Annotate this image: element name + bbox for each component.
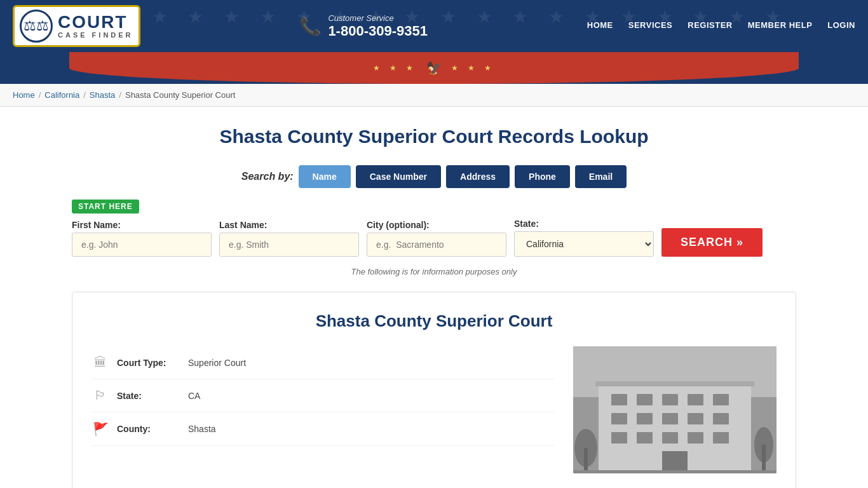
search-button[interactable]: SEARCH » xyxy=(661,228,763,257)
court-type-icon: 🏛 xyxy=(92,355,109,370)
court-state-row: 🏳 State: CA xyxy=(92,379,554,412)
main-content: Shasta County Superior Court Records Loo… xyxy=(59,107,809,488)
svg-rect-11 xyxy=(688,413,703,424)
court-type-value: Superior Court xyxy=(188,358,246,368)
svg-rect-5 xyxy=(662,394,678,405)
court-county-value: Shasta xyxy=(188,424,216,434)
court-state-value: CA xyxy=(188,391,200,401)
eagle-banner: ★ ★ ★ 🦅 ★ ★ ★ xyxy=(0,52,868,84)
svg-rect-12 xyxy=(713,413,729,424)
logo-area: ⚖ COURT CASE FINDER xyxy=(13,5,140,47)
page-title: Shasta County Superior Court Records Loo… xyxy=(72,126,796,147)
svg-rect-15 xyxy=(662,432,678,444)
search-form-container: START HERE First Name: Last Name: City (… xyxy=(72,200,796,257)
search-button-label: SEARCH » xyxy=(681,236,743,249)
info-note: The following is for information purpose… xyxy=(72,267,796,276)
logo-title: COURT xyxy=(58,13,128,31)
svg-rect-24 xyxy=(573,470,776,473)
nav-home[interactable]: HOME xyxy=(587,20,613,32)
svg-rect-8 xyxy=(611,413,627,424)
eagle-stars-left: ★ ★ ★ xyxy=(373,64,417,72)
court-card: Shasta County Superior Court 🏛 Court Typ… xyxy=(72,292,796,488)
building-illustration xyxy=(573,346,776,473)
last-name-input[interactable] xyxy=(219,233,359,257)
phone-area: 📞 Customer Service 1-800-309-9351 xyxy=(299,13,428,39)
main-nav: HOME SERVICES REGISTER MEMBER HELP LOGIN xyxy=(587,20,855,32)
first-name-label: First Name: xyxy=(72,220,212,230)
logo-box: ⚖ COURT CASE FINDER xyxy=(13,5,140,47)
eagle-icon: 🦅 xyxy=(426,60,442,76)
svg-rect-13 xyxy=(611,432,627,444)
city-label: City (optional): xyxy=(367,220,506,230)
first-name-group: First Name: xyxy=(72,220,212,257)
logo-scale-icon: ⚖ xyxy=(36,18,49,34)
breadcrumb-home[interactable]: Home xyxy=(13,90,35,100)
court-info: 🏛 Court Type: Superior Court 🏳 State: CA… xyxy=(92,346,554,473)
phone-details: Customer Service 1-800-309-9351 xyxy=(328,13,428,39)
svg-rect-19 xyxy=(595,381,754,386)
svg-rect-9 xyxy=(637,413,653,424)
tab-email[interactable]: Email xyxy=(575,165,627,188)
breadcrumb-california[interactable]: California xyxy=(44,90,79,100)
state-select[interactable]: AlabamaAlaskaArizonaArkansasCaliforniaCo… xyxy=(514,231,654,257)
start-here-badge: START HERE xyxy=(72,200,139,214)
last-name-group: Last Name: xyxy=(219,220,359,257)
court-county-row: 🚩 County: Shasta xyxy=(92,412,554,446)
court-image xyxy=(573,346,776,473)
nav-member-help[interactable]: MEMBER HELP xyxy=(748,20,813,32)
breadcrumb-bar: Home / California / Shasta / Shasta Coun… xyxy=(0,84,868,107)
logo-subtitle: CASE FINDER xyxy=(58,31,133,39)
city-input[interactable] xyxy=(367,233,506,257)
nav-services[interactable]: SERVICES xyxy=(628,20,673,32)
search-form: First Name: Last Name: City (optional): … xyxy=(72,219,796,257)
tab-address[interactable]: Address xyxy=(446,165,510,188)
court-card-title: Shasta County Superior Court xyxy=(92,311,776,331)
last-name-label: Last Name: xyxy=(219,220,359,230)
tab-phone[interactable]: Phone xyxy=(515,165,570,188)
eagle-stars-right: ★ ★ ★ xyxy=(451,64,496,72)
state-group: State: AlabamaAlaskaArizonaArkansasCalif… xyxy=(514,219,654,257)
tab-case-number[interactable]: Case Number xyxy=(356,165,441,188)
court-state-label: State: xyxy=(117,391,180,401)
svg-rect-17 xyxy=(713,432,729,444)
logo-emblem: ⚖ xyxy=(20,10,53,43)
nav-login[interactable]: LOGIN xyxy=(827,20,855,32)
svg-rect-23 xyxy=(762,445,766,473)
court-county-icon: 🚩 xyxy=(92,421,109,437)
breadcrumb-sep-3: / xyxy=(119,90,121,100)
breadcrumb: Home / California / Shasta / Shasta Coun… xyxy=(13,90,855,100)
court-state-icon: 🏳 xyxy=(92,388,109,403)
svg-rect-4 xyxy=(637,394,653,405)
nav-register[interactable]: REGISTER xyxy=(688,20,732,32)
header: ⚖ COURT CASE FINDER 📞 Customer Service 1… xyxy=(0,0,868,52)
phone-icon: 📞 xyxy=(299,16,322,37)
svg-rect-10 xyxy=(662,413,678,424)
phone-number: 1-800-309-9351 xyxy=(328,23,428,39)
svg-rect-7 xyxy=(713,394,729,405)
city-group: City (optional): xyxy=(367,220,506,257)
svg-rect-14 xyxy=(637,432,653,444)
breadcrumb-shasta[interactable]: Shasta xyxy=(90,90,115,100)
svg-rect-3 xyxy=(611,394,627,405)
search-by-row: Search by: Name Case Number Address Phon… xyxy=(72,165,796,188)
breadcrumb-sep-1: / xyxy=(39,90,41,100)
phone-label: Customer Service xyxy=(328,13,428,23)
breadcrumb-sep-2: / xyxy=(83,90,86,100)
svg-rect-6 xyxy=(688,394,703,405)
first-name-input[interactable] xyxy=(72,233,212,257)
court-card-body: 🏛 Court Type: Superior Court 🏳 State: CA… xyxy=(92,346,776,473)
state-label: State: xyxy=(514,219,654,229)
search-by-label: Search by: xyxy=(241,171,294,182)
svg-rect-18 xyxy=(662,451,688,473)
court-county-label: County: xyxy=(117,424,180,434)
breadcrumb-current: Shasta County Superior Court xyxy=(125,90,235,100)
court-type-row: 🏛 Court Type: Superior Court xyxy=(92,346,554,379)
logo-text: COURT CASE FINDER xyxy=(58,13,133,39)
svg-rect-21 xyxy=(584,448,588,473)
tab-name[interactable]: Name xyxy=(299,165,351,188)
court-type-label: Court Type: xyxy=(117,358,180,368)
svg-rect-16 xyxy=(688,432,703,444)
